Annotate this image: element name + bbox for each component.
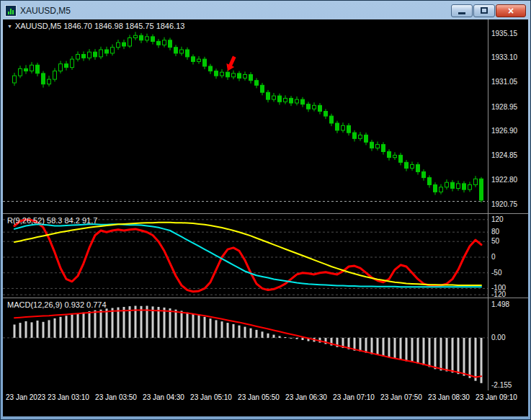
time-axis-label: 23 Jan 04:30 [143,393,184,401]
r-axis-label: -120 [491,290,506,298]
price-axis-label: 1920.75 [491,200,517,208]
time-axis-label: 23 Jan 03:10 [48,393,89,401]
maximize-button[interactable] [473,4,495,17]
r-indicator-chart[interactable] [3,214,488,298]
macd-axis-label: 1.498 [491,300,509,308]
macd-label: MACD(12,26,9) 0.932 0.774 [7,300,107,309]
time-axis-label: 23 Jan 07:50 [380,393,422,401]
symbol-ohlc-text: XAUUSD,M5 1846.70 1846.98 1845.75 1846.1… [15,22,184,30]
close-button[interactable]: × [496,4,526,17]
chart-client-area: 1935.151933.101931.051928.951926.901924.… [3,19,528,416]
window-title: XAUUSD,M5 [20,6,71,16]
price-axis-label: 1924.85 [491,151,517,159]
close-icon: × [508,6,514,16]
price-axis-label: 1935.15 [491,30,517,37]
r-indicator-label: R(9,26,52) 58.3 84.2 91.7 [7,216,97,225]
r-indicator-panel: 12080500-50-100-120 R(9,26,52) 58.3 84.2… [3,214,528,298]
candlestick-chart[interactable] [3,19,488,213]
price-axis[interactable]: 1935.151933.101931.051928.951926.901924.… [488,19,528,213]
time-axis-label: 23 Jan 07:10 [333,393,375,401]
chevron-down-icon: ▼ [7,24,12,29]
macd-axis[interactable]: 1.4980.00-2.155 [488,298,528,390]
macd-chart[interactable] [3,298,488,390]
price-axis-label: 1922.80 [491,176,517,184]
time-axis-label: 23 Jan 2023 [6,393,45,401]
minimize-button[interactable] [451,4,473,17]
price-axis-label: 1928.95 [491,103,517,111]
time-axis-label: 23 Jan 09:10 [476,393,517,401]
time-axis[interactable]: 23 Jan 202323 Jan 03:1023 Jan 03:5023 Ja… [3,390,528,416]
r-indicator-text: R(9,26,52) 58.3 84.2 91.7 [7,216,97,225]
window-titlebar[interactable]: XAUUSD,M5 × [3,1,528,19]
time-axis-label: 23 Jan 03:50 [95,393,137,401]
window-icon [5,5,17,17]
r-axis-label: 120 [491,215,504,223]
price-axis-label: 1931.05 [491,78,517,86]
chart-ohlc-label: ▼ XAUUSD,M5 1846.70 1846.98 1845.75 1846… [7,22,184,30]
window-controls: × [451,4,526,17]
time-axis-label: 23 Jan 06:30 [285,393,327,401]
macd-panel: 1.4980.00-2.155 MACD(12,26,9) 0.932 0.77… [3,298,528,390]
macd-axis-label: -2.155 [491,381,512,389]
r-axis-label: 50 [491,237,499,245]
time-axis-label: 23 Jan 05:10 [190,393,232,401]
r-axis-label: -50 [491,269,501,277]
r-axis-label: 80 [491,228,499,236]
main-chart-panel: 1935.151933.101931.051928.951926.901924.… [3,19,528,213]
price-axis-label: 1926.90 [491,127,517,135]
mt4-chart-window: XAUUSD,M5 × 1935.151933.101931.051928.95… [0,0,531,420]
macd-axis-label: 0.00 [491,334,505,341]
macd-text: MACD(12,26,9) 0.932 0.774 [7,300,107,309]
minimize-icon [458,12,465,14]
price-axis-label: 1933.10 [491,53,517,61]
maximize-icon [481,7,488,14]
sell-arrow-icon [224,55,238,73]
time-axis-label: 23 Jan 08:30 [428,393,470,401]
time-axis-label: 23 Jan 05:50 [238,393,280,401]
r-indicator-axis[interactable]: 12080500-50-100-120 [488,214,528,298]
r-axis-label: 0 [491,253,496,261]
